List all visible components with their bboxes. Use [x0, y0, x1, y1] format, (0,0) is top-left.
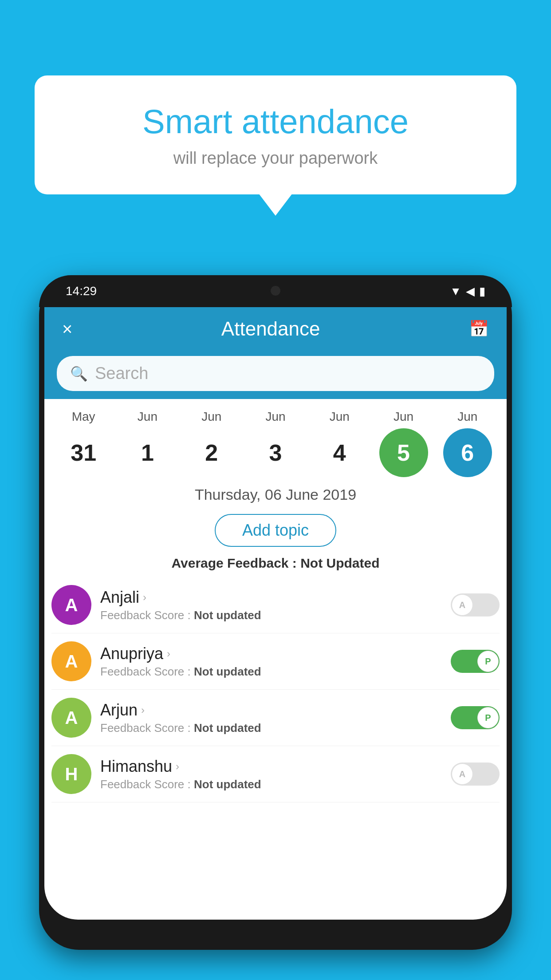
- chevron-icon: ›: [167, 648, 170, 660]
- chevron-icon: ›: [176, 760, 179, 773]
- attendance-toggle[interactable]: P: [451, 706, 500, 729]
- camera-dot: [271, 286, 280, 296]
- student-feedback: Feedback Score : Not updated: [100, 778, 442, 791]
- phone-container: 14:29 ▼ ◀ ▮ × Attendance 📅 🔍 Search: [39, 275, 512, 980]
- chevron-icon: ›: [141, 704, 145, 716]
- attendance-toggle[interactable]: A: [451, 593, 500, 616]
- cal-day-num[interactable]: 3: [251, 428, 300, 477]
- cal-month-label: Jun: [138, 410, 157, 424]
- cal-month-label: Jun: [457, 410, 477, 424]
- student-info: Himanshu ›Feedback Score : Not updated: [100, 757, 442, 791]
- cal-month-label: Jun: [330, 410, 350, 424]
- wifi-icon: ▼: [450, 285, 461, 298]
- signal-icon: ◀: [466, 285, 475, 298]
- student-info: Anjali ›Feedback Score : Not updated: [100, 588, 442, 622]
- app-header: × Attendance 📅: [44, 307, 507, 351]
- cal-day-num[interactable]: 4: [315, 428, 364, 477]
- student-feedback: Feedback Score : Not updated: [100, 721, 442, 735]
- avg-feedback: Average Feedback : Not Updated: [44, 553, 507, 577]
- calendar-day-3[interactable]: Jun3: [247, 410, 304, 477]
- calendar-day-2[interactable]: Jun2: [183, 410, 240, 477]
- student-row[interactable]: AAnjali ›Feedback Score : Not updatedA: [51, 577, 500, 633]
- student-name: Himanshu ›: [100, 757, 442, 776]
- student-name: Anjali ›: [100, 588, 442, 607]
- toggle-knob: P: [477, 707, 499, 728]
- student-feedback: Feedback Score : Not updated: [100, 609, 442, 622]
- toggle-knob: A: [452, 763, 473, 785]
- student-avatar: A: [51, 585, 91, 625]
- phone-screen: × Attendance 📅 🔍 Search May31Jun1Jun2Jun…: [44, 307, 507, 920]
- calendar-day-5[interactable]: Jun5: [375, 410, 433, 477]
- student-row[interactable]: HHimanshu ›Feedback Score : Not updatedA: [51, 746, 500, 802]
- student-avatar: A: [51, 698, 91, 738]
- calendar-day-6[interactable]: Jun6: [439, 410, 496, 477]
- phone-outer: 14:29 ▼ ◀ ▮ × Attendance 📅 🔍 Search: [39, 275, 512, 950]
- cal-month-label: May: [72, 410, 95, 424]
- student-name: Anupriya ›: [100, 644, 442, 663]
- toggle-knob: P: [477, 651, 499, 672]
- student-feedback: Feedback Score : Not updated: [100, 665, 442, 679]
- cal-month-label: Jun: [201, 410, 221, 424]
- student-row[interactable]: AAnupriya ›Feedback Score : Not updatedP: [51, 633, 500, 690]
- speech-bubble: Smart attendance will replace your paper…: [35, 75, 516, 194]
- student-info: Arjun ›Feedback Score : Not updated: [100, 701, 442, 735]
- app-title: Attendance: [221, 318, 320, 340]
- search-bar[interactable]: 🔍 Search: [57, 356, 494, 391]
- avg-label: Average Feedback :: [171, 556, 300, 570]
- cal-day-num[interactable]: 31: [59, 428, 108, 477]
- cal-month-label: Jun: [265, 410, 285, 424]
- search-icon: 🔍: [70, 365, 88, 382]
- cal-day-num[interactable]: 5: [379, 428, 428, 477]
- student-info: Anupriya ›Feedback Score : Not updated: [100, 644, 442, 679]
- date-label: Thursday, 06 June 2019: [44, 477, 507, 508]
- attendance-toggle[interactable]: A: [451, 763, 500, 786]
- calendar-strip: May31Jun1Jun2Jun3Jun4Jun5Jun6: [44, 399, 507, 477]
- calendar-day-1[interactable]: Jun1: [118, 410, 176, 477]
- calendar-day-0[interactable]: May31: [55, 410, 112, 477]
- search-bar-wrap: 🔍 Search: [44, 351, 507, 399]
- student-avatar: H: [51, 754, 91, 794]
- cal-day-num[interactable]: 6: [443, 428, 492, 477]
- attendance-toggle[interactable]: P: [451, 650, 500, 673]
- search-input[interactable]: Search: [95, 364, 148, 383]
- cal-day-num[interactable]: 1: [123, 428, 172, 477]
- status-icons: ▼ ◀ ▮: [450, 285, 485, 298]
- cal-day-num[interactable]: 2: [187, 428, 236, 477]
- cal-month-label: Jun: [394, 410, 413, 424]
- phone-notch: [258, 275, 293, 285]
- student-list: AAnjali ›Feedback Score : Not updatedAAA…: [44, 577, 507, 802]
- close-button[interactable]: ×: [62, 319, 72, 339]
- chevron-icon: ›: [143, 591, 146, 604]
- battery-icon: ▮: [479, 285, 485, 298]
- student-row[interactable]: AArjun ›Feedback Score : Not updatedP: [51, 690, 500, 746]
- bubble-subtitle: will replace your paperwork: [57, 149, 494, 168]
- student-avatar: A: [51, 641, 91, 681]
- student-name: Arjun ›: [100, 701, 442, 719]
- status-time: 14:29: [66, 284, 97, 298]
- bubble-title: Smart attendance: [57, 102, 494, 141]
- avg-value: Not Updated: [300, 556, 379, 570]
- status-bar: 14:29 ▼ ◀ ▮: [39, 275, 512, 307]
- add-topic-button[interactable]: Add topic: [215, 514, 336, 547]
- calendar-icon[interactable]: 📅: [469, 320, 489, 338]
- toggle-knob: A: [452, 594, 473, 616]
- calendar-day-4[interactable]: Jun4: [311, 410, 368, 477]
